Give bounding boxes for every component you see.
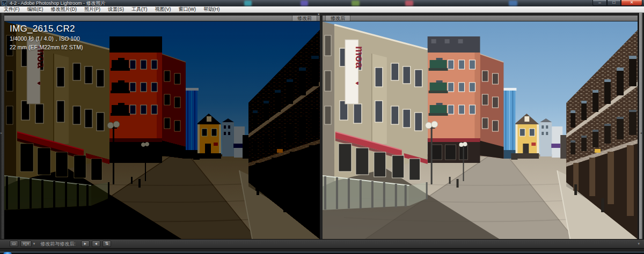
compare-mode-label: 修改前与修改后: (40, 241, 76, 248)
after-label-chip: 修改后 (325, 16, 350, 21)
menu-develop[interactable]: 修改照片(D) (47, 6, 81, 12)
menu-tools[interactable]: 工具(T) (128, 6, 151, 12)
photo-lens-info: 22 mm (EF-M22mm f/2 STM) (10, 44, 83, 50)
menu-file[interactable]: 文件(F) (0, 6, 24, 12)
swap-before-after-button[interactable]: ⇅ (103, 241, 111, 247)
before-pane-header: 修改前 (4, 15, 320, 21)
before-photo-image[interactable] (4, 21, 320, 239)
copy-after-to-before-button[interactable]: ◂ (92, 241, 100, 247)
desktop-icon-blur (405, 1, 413, 6)
before-photo[interactable]: IMG_2615.CR2 1/4000 秒 (f / 4.0)，ISO 100 … (4, 21, 320, 239)
menu-settings[interactable]: 设置(S) (104, 6, 128, 12)
left-panel-collapsed-strip[interactable]: ▸ (0, 13, 4, 239)
window-title: 4-2 - Adobe Photoshop Lightroom - 修改照片 (10, 0, 106, 6)
after-photo[interactable] (323, 21, 638, 239)
desktop-icon-blur (244, 1, 252, 6)
left-panel-reveal-icon[interactable]: ▸ (1, 131, 2, 135)
loupe-view-button[interactable]: ▭ (10, 241, 18, 247)
swap-icon: ⇅ (105, 241, 108, 246)
window-titlebar[interactable]: Lr 4-2 - Adobe Photoshop Lightroom - 修改照… (0, 0, 644, 6)
after-pane-header: 修改后 (323, 15, 638, 21)
menu-photo[interactable]: 照片(P) (80, 6, 104, 12)
photo-info-overlay: IMG_2615.CR2 1/4000 秒 (f / 4.0)，ISO 100 … (10, 24, 83, 50)
menu-bar: 文件(F) 编辑(E) 修改照片(D) 照片(P) 设置(S) 工具(T) 视图… (0, 6, 644, 13)
right-panel-band[interactable] (639, 13, 642, 239)
toolbar-options-caret-icon[interactable]: ▾ (638, 242, 640, 246)
minimize-button[interactable]: – (592, 0, 607, 6)
copy-before-to-after-button[interactable]: ▸ (81, 241, 90, 247)
after-photo-image[interactable] (323, 21, 638, 239)
taskbar-edge (0, 252, 644, 254)
maximize-button[interactable]: □ (607, 0, 621, 6)
loupe-view-icon: ▭ (12, 241, 16, 246)
right-panel-reveal-icon[interactable]: ◂ (640, 131, 642, 135)
menu-window[interactable]: 窗口(W) (175, 6, 200, 12)
menu-help[interactable]: 帮助(H) (200, 6, 224, 12)
right-panel-collapsed-strip[interactable]: ◂ (638, 13, 644, 239)
develop-workspace: ▸ ◂ ▾ 修改前 IMG_2615.CR2 1/4000 秒 (f / 4.0… (0, 13, 644, 239)
start-orb-icon[interactable] (3, 252, 12, 254)
close-button[interactable]: ✕ (621, 0, 642, 6)
menu-view[interactable]: 视图(V) (151, 6, 175, 12)
copy-right-icon: ▸ (84, 241, 86, 246)
filmstrip-collapsed-strip[interactable]: ▴ (0, 248, 644, 252)
photo-filename: IMG_2615.CR2 (10, 24, 83, 34)
desktop-icon-blur (352, 1, 360, 6)
after-pane: 修改后 (323, 15, 638, 239)
app-icon: Lr (2, 1, 7, 6)
window-controls: – □ ✕ (592, 0, 642, 6)
copy-left-icon: ◂ (95, 241, 97, 246)
desktop-icon-blur (301, 1, 308, 6)
before-after-view-button[interactable]: Y|Y (20, 241, 32, 247)
before-pane: 修改前 IMG_2615.CR2 1/4000 秒 (f / 4.0)，ISO … (4, 15, 320, 239)
desktop-icon-blur (509, 1, 517, 6)
view-mode-dropdown-caret-icon[interactable]: ▾ (33, 242, 35, 246)
photo-exposure-info: 1/4000 秒 (f / 4.0)，ISO 100 (10, 35, 83, 43)
menu-edit[interactable]: 编辑(E) (24, 6, 47, 12)
before-label-chip: 修改前 (292, 16, 317, 21)
lightroom-window: Lr 4-2 - Adobe Photoshop Lightroom - 修改照… (0, 0, 644, 254)
bottom-toolbar: ▭ Y|Y ▾ 修改前与修改后: ▸ ◂ ⇅ ▾ (0, 239, 644, 248)
before-after-yy-icon: Y|Y (23, 241, 30, 246)
